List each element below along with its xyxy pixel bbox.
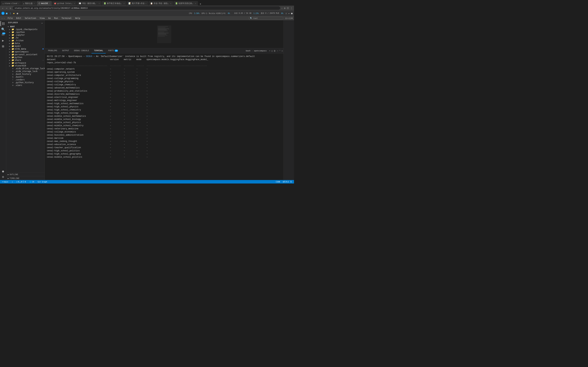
extensions-nav-icon[interactable]: ☷: [287, 7, 289, 9]
menu-file[interactable]: File: [6, 17, 14, 20]
menu-terminal[interactable]: Terminal: [60, 17, 73, 20]
tree-item-bash_history[interactable]: ≡.bash_history: [6, 73, 45, 75]
nav-forward[interactable]: ›: [3, 17, 5, 20]
tab-close-4[interactable]: ✕: [99, 2, 100, 4]
tab-debug-console[interactable]: DEBUG CONSOLE: [72, 48, 92, 53]
tree-item-aide_storage_lock[interactable]: ≡.aide_storage_lock: [6, 70, 45, 73]
layout-icon-1[interactable]: ◫: [285, 17, 287, 19]
timeline-header[interactable]: ▶ TIMELINE: [6, 177, 45, 180]
tree-item-personal_assistant[interactable]: ▶📁personal_assistant: [6, 53, 45, 56]
browser-tab-6[interactable]: 📝第六节课—作业✕: [127, 1, 148, 6]
new-tab-button[interactable]: +: [198, 1, 203, 6]
tree-item-ipython[interactable]: ▶📁.ipython: [6, 31, 45, 33]
menu-selection[interactable]: Selection: [23, 17, 37, 20]
tree-item-workspace[interactable]: ▶📁workspace: [6, 61, 45, 64]
tab-close-2[interactable]: ✕: [49, 2, 50, 4]
tree-item-opencompass[interactable]: ▶📁opencompass: [6, 50, 45, 53]
outline-header[interactable]: ▶ OUTLINE: [6, 173, 45, 176]
user-icon[interactable]: ●: [291, 12, 293, 15]
tree-root-folder[interactable]: ▼ ROOT: [6, 25, 45, 28]
nav-back[interactable]: ‹: [1, 17, 3, 20]
tab-problems[interactable]: PROBLEMS: [45, 48, 60, 53]
activity-extensions[interactable]: ▤: [0, 43, 6, 49]
status-cson[interactable]: CSON: [275, 181, 281, 183]
tree-item-model[interactable]: ▶📁model: [6, 45, 45, 48]
tree-item-xtuner019[interactable]: ▶📁xtuner019: [6, 64, 45, 67]
bookmark-icon[interactable]: ☆: [281, 7, 283, 9]
status-ports[interactable]: 🌐 14: [29, 181, 35, 183]
split-terminal-icon[interactable]: ◫: [271, 50, 273, 52]
terminal[interactable]: 02/21 20:27:58 – OpenCompass – DEBUG – A…: [45, 53, 284, 180]
tree-item-condarc[interactable]: !.condarc: [6, 78, 45, 81]
activity-settings[interactable]: ⚙: [0, 174, 6, 179]
status-branch[interactable]: ⚯ main: [1, 181, 9, 183]
tab-close-3[interactable]: ✕: [74, 2, 75, 4]
tree-item-triton[interactable]: ▶📁.triton: [6, 39, 45, 42]
tree-item-aide_drive_storage_lock[interactable]: ≡.aide_drive_storage_lock: [6, 67, 45, 70]
tab-close-8[interactable]: ✕: [195, 2, 196, 4]
activity-files[interactable]: ☷: [0, 21, 6, 26]
browser-tab-0[interactable]: ☁stone-cloud✕: [1, 1, 21, 6]
browser-tab-1[interactable]: ☁我的云盘✕: [21, 1, 37, 6]
tree-item-bashrc[interactable]: $.bashrc: [6, 75, 45, 78]
menu-go[interactable]: Go: [47, 17, 52, 20]
forward-button[interactable]: →: [5, 7, 8, 10]
status-user[interactable]: @石头云 宝: [282, 181, 293, 183]
profile-icon[interactable]: ⚙: [284, 7, 285, 9]
status-git[interactable]: Git Graph: [37, 181, 48, 183]
activity-account[interactable]: ●: [0, 168, 6, 174]
ports-badge: 14: [115, 50, 118, 52]
search-bar[interactable]: 🔍 root: [248, 17, 283, 20]
browser-tab-2[interactable]: ⬡WebIDE✕: [37, 1, 52, 6]
reload-button[interactable]: ↻: [9, 7, 12, 10]
tab-close-5[interactable]: ✕: [123, 2, 125, 4]
panel-up-icon[interactable]: ⌃: [279, 50, 281, 52]
tab-close-1[interactable]: ✕: [34, 2, 35, 4]
trash-icon[interactable]: 🗑: [274, 50, 276, 52]
tab-output[interactable]: OUTPUT: [60, 48, 72, 53]
menu-view[interactable]: View: [38, 17, 46, 20]
tree-item-ipynb_checkpoints[interactable]: ▶📁.ipynb_checkpoints: [6, 28, 45, 31]
browser-tab-3[interactable]: 🐙github InternLM/tutorial✕: [52, 1, 77, 6]
tab-close-7[interactable]: ✕: [170, 2, 171, 4]
tab-terminal[interactable]: TERMINAL: [92, 48, 106, 53]
activity-search[interactable]: 🔍: [0, 26, 6, 32]
layout-icon-4[interactable]: ⊠: [291, 17, 293, 19]
close-panel-icon[interactable]: ✕: [282, 50, 283, 52]
tree-item-data[interactable]: ▶📁data: [6, 42, 45, 45]
cpu-monitor: CPU 3.58% GPU-1: Nvidia A100(1/4) 0% 内存 …: [189, 12, 283, 15]
tree-item-jupyter[interactable]: ▶📁.jupyter: [6, 33, 45, 36]
status-sync[interactable]: ↕: [11, 181, 13, 183]
activity-git[interactable]: ⚯ 602: [0, 32, 6, 37]
status-errors[interactable]: ✕ 0 △ 0 ⓘ 0: [16, 181, 26, 183]
browser-tab-5[interactable]: 📗春节卷王专场信息…✕: [102, 1, 126, 6]
browser-tab-4[interactable]: 📰书生·浦语大模型…✕: [77, 1, 102, 6]
tree-item-share[interactable]: ▶📁share›: [6, 59, 45, 61]
browser-tab-7[interactable]: 📋作业:书生·浦语大…✕: [148, 1, 173, 6]
menu-edit[interactable]: Edit: [15, 17, 23, 20]
tab-close-6[interactable]: ✕: [146, 2, 147, 4]
tree-item-nv[interactable]: ▶📁.nv: [6, 36, 45, 39]
tree-item-nltk_data[interactable]: ▶📁nltk_data: [6, 48, 45, 50]
add-terminal-icon[interactable]: +: [269, 50, 270, 52]
more-icon[interactable]: ⋯: [277, 50, 278, 52]
menu-run[interactable]: Run: [53, 17, 60, 20]
new-file-icon[interactable]: …: [41, 21, 43, 24]
upload-icon[interactable]: ⇧: [285, 12, 287, 15]
layout-icon-2[interactable]: ◻: [287, 17, 289, 19]
branch-name: main: [4, 181, 8, 183]
tab-ports[interactable]: PORTS 14: [106, 48, 121, 53]
url-bar[interactable]: studio.intern-ai.org.cn/console/trinity/…: [13, 6, 280, 10]
back-button[interactable]: ←: [1, 7, 4, 10]
row-mode-23: –: [136, 140, 138, 143]
layout-icon-3[interactable]: ◫: [289, 17, 291, 19]
menu-help[interactable]: Help: [74, 17, 82, 20]
menu-icon[interactable]: ⋮: [290, 7, 293, 9]
share-icon[interactable]: ↽: [288, 12, 290, 15]
tab-close-0[interactable]: ✕: [18, 2, 19, 4]
tree-item-vimrc[interactable]: ≡.vimrc: [6, 84, 45, 87]
activity-debug[interactable]: ▶: [0, 38, 6, 43]
tree-item-python[interactable]: ▶📁python: [6, 56, 45, 59]
browser-tab-8[interactable]: 📗结营学员登记表 -…✕: [173, 1, 198, 6]
tree-item-python_history[interactable]: ≡.python_history: [6, 81, 45, 84]
